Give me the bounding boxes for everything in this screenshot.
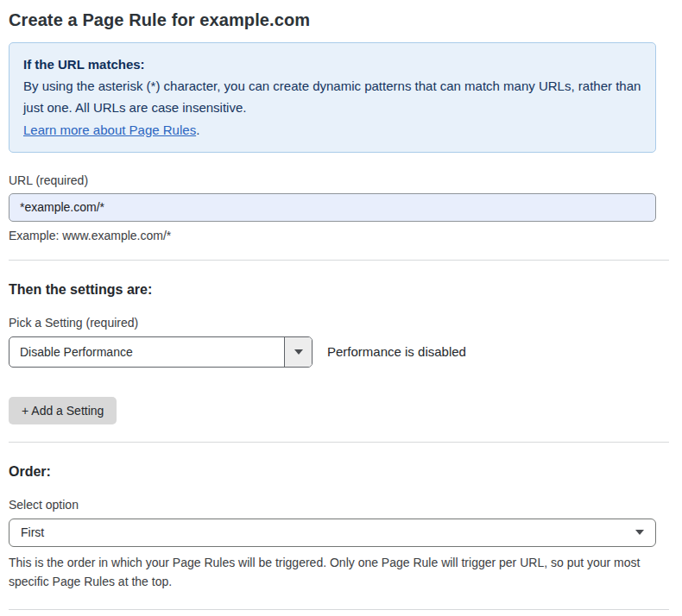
- link-suffix: .: [196, 123, 199, 137]
- url-example-text: Example: www.example.com/*: [9, 229, 656, 242]
- url-input[interactable]: [9, 193, 656, 222]
- chevron-down-icon: [294, 349, 303, 355]
- info-box-heading: If the URL matches:: [23, 53, 641, 75]
- order-help-text: This is the order in which your Page Rul…: [9, 553, 656, 592]
- chevron-down-icon: [635, 530, 644, 535]
- setting-row: Disable Performance Performance is disab…: [9, 336, 656, 368]
- info-box-link-line: Learn more about Page Rules.: [23, 119, 641, 141]
- url-matches-info-box: If the URL matches: By using the asteris…: [9, 42, 656, 153]
- add-setting-button[interactable]: + Add a Setting: [9, 397, 117, 424]
- order-select-value: First: [21, 525, 44, 539]
- setting-dropdown-value: Disable Performance: [9, 337, 284, 367]
- order-select[interactable]: First: [9, 519, 656, 547]
- url-field-label: URL (required): [9, 173, 656, 187]
- divider: [9, 442, 669, 443]
- order-section-heading: Order:: [9, 464, 656, 480]
- settings-section-heading: Then the settings are:: [9, 282, 656, 298]
- create-page-rule-page: Create a Page Rule for example.com If th…: [0, 0, 682, 616]
- divider: [9, 609, 669, 610]
- divider: [9, 260, 669, 261]
- pick-setting-label: Pick a Setting (required): [9, 316, 656, 330]
- page-title: Create a Page Rule for example.com: [9, 10, 656, 30]
- info-box-body: By using the asterisk (*) character, you…: [23, 75, 641, 118]
- setting-dropdown[interactable]: Disable Performance: [9, 336, 313, 368]
- order-select-label: Select option: [9, 498, 656, 512]
- setting-status-text: Performance is disabled: [327, 344, 466, 359]
- setting-dropdown-arrow-button[interactable]: [284, 337, 312, 367]
- learn-more-link[interactable]: Learn more about Page Rules: [23, 123, 196, 137]
